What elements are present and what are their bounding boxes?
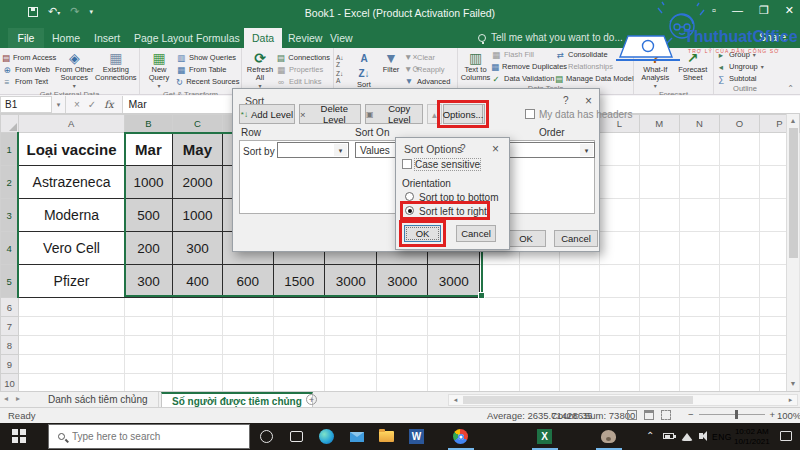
close-dialog-icon[interactable]: × <box>492 142 499 156</box>
word-icon[interactable]: W <box>408 428 425 445</box>
show-queries-button[interactable]: ▥Show Queries <box>176 52 238 63</box>
tab-review[interactable]: Review <box>288 28 322 48</box>
cell-A3[interactable]: Moderna <box>18 199 124 232</box>
cell[interactable] <box>559 298 599 317</box>
cell[interactable] <box>639 336 679 355</box>
sheet-nav-right-icon[interactable]: ▸ <box>16 394 20 403</box>
help-icon[interactable]: ? <box>563 95 569 106</box>
sort-cancel-button[interactable]: Cancel <box>554 230 598 247</box>
cell[interactable] <box>519 374 559 392</box>
cell[interactable] <box>376 336 427 355</box>
manage-data-model-button[interactable]: ▤Manage Data Model <box>555 73 631 84</box>
scroll-up-icon[interactable]: ▲ <box>787 115 799 127</box>
sort-options-ok-button[interactable]: OK <box>404 225 441 242</box>
existing-connections-button[interactable]: ▦Existing Connections <box>95 49 137 90</box>
cell[interactable] <box>124 374 173 392</box>
flash-fill-button[interactable]: ▦Flash Fill <box>491 49 555 60</box>
cell[interactable] <box>679 317 719 336</box>
cell[interactable] <box>639 265 679 298</box>
cell[interactable] <box>559 374 599 392</box>
row-header-10[interactable]: 10 <box>1 374 19 392</box>
recent-sources-button[interactable]: ↻Recent Sources <box>176 76 238 87</box>
advanced-button[interactable]: ▼Advanced <box>404 76 454 87</box>
cell-A2[interactable]: Astrazeneca <box>18 166 124 199</box>
task-view-icon[interactable] <box>288 428 305 445</box>
cell[interactable] <box>18 317 124 336</box>
ribbon-display-options-icon[interactable]: ▫ <box>712 4 716 17</box>
cell[interactable] <box>325 317 376 336</box>
cell[interactable] <box>599 232 639 265</box>
help-icon[interactable]: ? <box>460 143 466 154</box>
tab-file[interactable]: File <box>8 28 44 48</box>
cell-A5[interactable]: Pfizer <box>18 265 124 298</box>
wifi-icon[interactable] <box>681 433 693 441</box>
cell[interactable] <box>428 374 479 392</box>
cell[interactable] <box>428 317 479 336</box>
insert-function-icon[interactable]: fx <box>104 99 113 110</box>
excel-taskbar-icon[interactable]: X <box>536 428 553 445</box>
close-dialog-icon[interactable]: × <box>585 94 592 108</box>
cell[interactable] <box>325 355 376 374</box>
new-sheet-icon[interactable]: + <box>306 394 317 405</box>
maximize-icon[interactable]: ❐ <box>759 4 769 17</box>
mail-icon[interactable] <box>348 428 365 445</box>
normal-view-icon[interactable] <box>627 410 637 420</box>
relationships-button[interactable]: ∷Relationships <box>555 61 631 72</box>
cell[interactable] <box>428 355 479 374</box>
cell[interactable] <box>376 317 427 336</box>
cell[interactable] <box>679 232 719 265</box>
new-query-button[interactable]: ▦New Query▾ <box>142 49 176 90</box>
cell[interactable] <box>599 317 639 336</box>
cell[interactable] <box>679 166 719 199</box>
edit-links-button[interactable]: ∞Edit Links <box>276 76 330 87</box>
cell[interactable] <box>274 374 325 392</box>
cell[interactable] <box>599 265 639 298</box>
cell[interactable] <box>719 133 759 166</box>
order-combo[interactable]: ▾ <box>501 142 595 158</box>
cell[interactable] <box>274 336 325 355</box>
cell[interactable] <box>173 355 223 374</box>
zoom-slider-thumb[interactable] <box>735 410 738 419</box>
language-indicator[interactable]: ENG <box>712 432 732 442</box>
page-layout-view-icon[interactable] <box>644 410 654 420</box>
cell[interactable] <box>325 298 376 317</box>
cell[interactable] <box>222 298 273 317</box>
row-header-6[interactable]: 6 <box>1 298 19 317</box>
action-center-icon[interactable] <box>780 431 792 441</box>
cell[interactable] <box>376 374 427 392</box>
cell[interactable] <box>639 298 679 317</box>
page-break-view-icon[interactable] <box>661 410 671 420</box>
cell[interactable] <box>559 355 599 374</box>
sort-az-icon[interactable]: A↓Z <box>336 54 350 68</box>
clear-filter-button[interactable]: ▼×Clear <box>404 52 454 63</box>
edge-icon[interactable] <box>318 428 335 445</box>
horizontal-scrollbar[interactable]: ◂ ▸ <box>448 394 798 406</box>
cell[interactable] <box>479 298 519 317</box>
chrome-icon[interactable] <box>452 428 469 445</box>
share-button[interactable]: Share <box>759 28 786 48</box>
name-box[interactable]: B1 <box>0 96 52 113</box>
col-header-N[interactable]: N <box>679 115 719 133</box>
cell-C1[interactable]: May <box>173 133 223 166</box>
vscroll-thumb[interactable] <box>789 128 798 258</box>
tray-chevron-icon[interactable]: ⌃ <box>646 430 654 441</box>
cell-C5[interactable]: 400 <box>173 265 223 298</box>
from-other-sources-button[interactable]: ◈From Other Sources▾ <box>54 49 95 90</box>
remove-duplicates-button[interactable]: ▦Remove Duplicates <box>491 61 555 72</box>
cell[interactable] <box>428 298 479 317</box>
scroll-left-icon[interactable]: ◂ <box>450 395 461 405</box>
zoom-in-icon[interactable]: + <box>770 409 776 420</box>
cell[interactable] <box>18 355 124 374</box>
cell-H5[interactable]: 3000 <box>428 265 479 298</box>
cell[interactable] <box>559 317 599 336</box>
cell[interactable] <box>274 317 325 336</box>
cancel-entry-icon[interactable]: × <box>74 99 80 110</box>
tab-page-layout[interactable]: Page Layout <box>134 28 193 48</box>
zoom-level[interactable]: 100% <box>777 410 800 421</box>
tab-insert[interactable]: Insert <box>94 28 120 48</box>
cell-A4[interactable]: Vero Cell <box>18 232 124 265</box>
cell[interactable] <box>274 355 325 374</box>
my-data-has-headers-checkbox[interactable] <box>525 109 535 119</box>
row-header-2[interactable]: 2 <box>1 166 19 199</box>
gimp-icon[interactable] <box>600 428 617 445</box>
